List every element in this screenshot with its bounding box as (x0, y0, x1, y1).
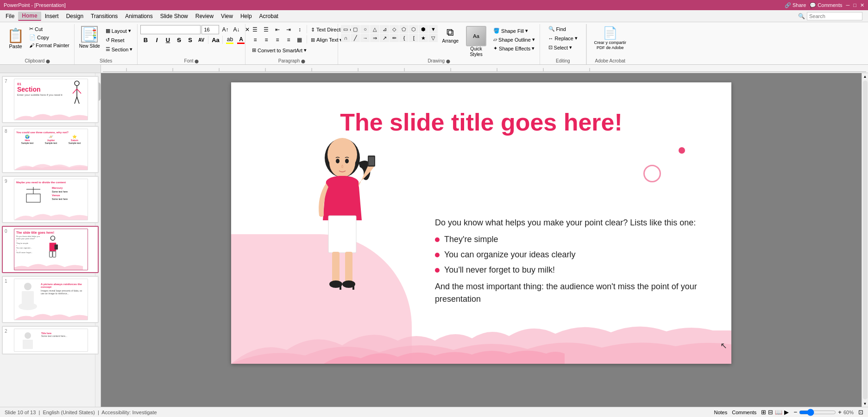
quick-styles-button[interactable]: Aa Quick Styles (463, 25, 490, 58)
maximize-button[interactable]: □ (853, 2, 856, 8)
bold-button[interactable]: B (140, 35, 151, 44)
justify-button[interactable]: ≡ (283, 35, 294, 44)
cut-button[interactable]: ✂ Cut (27, 25, 71, 33)
font-name-input[interactable] (140, 25, 201, 34)
shape-bracket[interactable]: [ (409, 34, 418, 42)
shape-effects-button[interactable]: ✦ Shape Effects▾ (491, 44, 537, 52)
right-scrollbar[interactable]: ▲ ▼ (862, 73, 868, 407)
slide-thumb-7[interactable]: 7 01 Section Enter your subtitle here if… (2, 76, 99, 123)
comments-status-button[interactable]: Comments (732, 410, 756, 415)
shape-rt[interactable]: ⊿ (380, 25, 389, 33)
font-increase-button[interactable]: A↑ (220, 25, 230, 34)
decrease-indent-button[interactable]: ⇤ (272, 25, 283, 34)
columns-button[interactable]: ▦ (295, 35, 305, 44)
shape-hept[interactable]: ⬢ (419, 25, 428, 33)
slideshow-button[interactable]: ▶ (784, 409, 789, 416)
format-painter-button[interactable]: 🖌 Format Painter (27, 42, 71, 49)
shape-line[interactable]: ╱ (351, 34, 360, 42)
align-left-button[interactable]: ≡ (250, 35, 260, 44)
slide-thumb-8[interactable]: 8 You could use three columns, why not? … (2, 126, 99, 173)
shape-arrow[interactable]: → (360, 34, 370, 42)
new-slide-button[interactable]: 📑 New Slide (77, 25, 102, 50)
convert-smartart-button[interactable]: ⊞ Convert to SmartArt▾ (250, 46, 308, 54)
menu-transitions[interactable]: Transitions (87, 12, 121, 20)
increase-indent-button[interactable]: ⇥ (283, 25, 294, 34)
scroll-down-button[interactable]: ▼ (862, 400, 868, 407)
slide-canvas[interactable]: The slide title goes here! (231, 82, 731, 364)
shape-curved[interactable]: ↗ (380, 34, 389, 42)
scroll-thumb[interactable] (863, 81, 868, 399)
shape-brace[interactable]: { (399, 34, 409, 42)
shape-rounded-rect[interactable]: ▢ (351, 25, 360, 33)
line-spacing-button[interactable]: ↕ (295, 25, 305, 34)
shape-arc[interactable]: ∩ (341, 34, 350, 42)
slide-thumb-11[interactable]: 1 A picture alw (2, 276, 99, 323)
menu-file[interactable]: File (2, 12, 18, 20)
find-button[interactable]: 🔍 Find (547, 25, 568, 33)
close-button[interactable]: ✕ (860, 2, 864, 8)
bullets-button[interactable]: ☰ (250, 25, 260, 34)
strikethrough-button[interactable]: S (174, 35, 184, 44)
slide-sorter-button[interactable]: ⊟ (768, 409, 773, 416)
section-button[interactable]: ☰ Section▾ (104, 45, 135, 53)
shape-freeform[interactable]: ✏ (390, 34, 399, 42)
comments-button[interactable]: 💬 Comments (810, 2, 842, 8)
shape-more[interactable]: ▼ (428, 25, 438, 33)
zoom-slider[interactable] (799, 409, 836, 416)
adobe-button[interactable]: 📄 Crear y compartir PDF de Adobe (591, 26, 630, 50)
shape-pentagon[interactable]: ⬠ (399, 25, 409, 33)
share-button[interactable]: 🔗 Share (785, 2, 806, 8)
font-size-input[interactable] (201, 25, 219, 34)
align-center-button[interactable]: ≡ (261, 35, 271, 44)
font-decrease-button[interactable]: A↓ (231, 25, 241, 34)
menu-acrobat[interactable]: Acrobat (256, 12, 282, 20)
menu-insert[interactable]: Insert (41, 12, 63, 20)
shape-oval[interactable]: ○ (360, 25, 370, 33)
copy-button[interactable]: 📄 Copy (27, 33, 71, 41)
shape-outline-button[interactable]: ▱ Shape Outline▾ (491, 36, 537, 44)
arrange-button[interactable]: ⧉ Arrange (440, 25, 461, 45)
shape-triangle[interactable]: △ (370, 25, 379, 33)
layout-button[interactable]: ▦ Layout▾ (104, 27, 135, 35)
shape-star[interactable]: ★ (419, 34, 428, 42)
copy-icon: 📄 (29, 34, 36, 40)
shape-down[interactable]: ▽ (428, 34, 438, 42)
scroll-up-button[interactable]: ▲ (862, 73, 868, 80)
font-size-btn[interactable]: Aa (210, 35, 220, 44)
zoom-in-button[interactable]: + (838, 409, 842, 416)
underline-button[interactable]: U (163, 35, 173, 44)
notes-button[interactable]: Notes (714, 410, 727, 415)
paste-button[interactable]: 📋 Paste (4, 25, 27, 51)
replace-button[interactable]: ↔ Replace▾ (547, 34, 579, 42)
reset-button[interactable]: ↺ Reset (104, 36, 135, 44)
shape-fill-button[interactable]: 🪣 Shape Fill▾ (491, 27, 537, 35)
search-input[interactable] (807, 12, 862, 20)
menu-view[interactable]: View (217, 12, 237, 20)
menu-slideshow[interactable]: Slide Show (157, 12, 192, 20)
highlight-color-button[interactable]: ab (225, 36, 235, 44)
italic-button[interactable]: I (151, 35, 162, 44)
normal-view-button[interactable]: ⊞ (761, 409, 766, 416)
shadow-button[interactable]: S (185, 35, 195, 44)
slide-thumb-9[interactable]: 9 Maybe you need to divide the content (2, 176, 99, 223)
font-color-button[interactable]: A (236, 36, 246, 44)
menu-animations[interactable]: Animations (121, 12, 156, 20)
menu-home[interactable]: Home (18, 12, 41, 21)
minimize-button[interactable]: ─ (846, 2, 850, 8)
menu-review[interactable]: Review (192, 12, 217, 20)
align-right-button[interactable]: ≡ (272, 35, 283, 44)
shape-diamond[interactable]: ◇ (390, 25, 399, 33)
numbering-button[interactable]: ☰ (261, 25, 271, 34)
zoom-out-button[interactable]: − (793, 409, 797, 416)
shape-hex[interactable]: ⬡ (409, 25, 418, 33)
char-spacing-button[interactable]: AV (196, 35, 206, 44)
slide-thumb-12[interactable]: 2 Title here Some (2, 326, 99, 355)
shape-rect[interactable]: ▭ (341, 25, 350, 33)
menu-help[interactable]: Help (237, 12, 256, 20)
select-button[interactable]: ⊡ Select▾ (547, 44, 574, 51)
fit-slide-button[interactable]: ⊡ (858, 409, 863, 416)
shape-dblarrow[interactable]: ⇒ (370, 34, 379, 42)
reading-view-button[interactable]: 📖 (775, 409, 782, 416)
slide-thumb-10[interactable]: 0 The slide title goes here! Do you know… (2, 226, 99, 273)
menu-design[interactable]: Design (63, 12, 87, 20)
